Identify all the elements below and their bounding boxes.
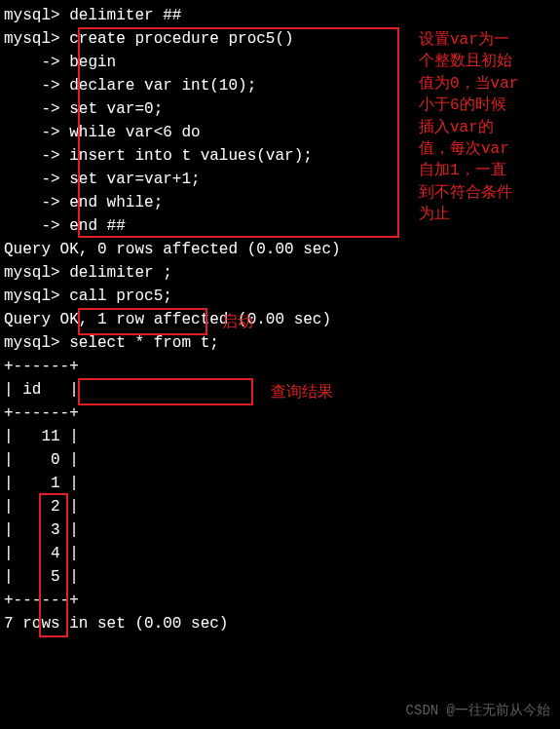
terminal-line: | 1 | <box>4 472 556 495</box>
terminal-line: | 2 | <box>4 495 556 518</box>
terminal-line: +------+ <box>4 402 556 425</box>
terminal-line: +------+ <box>4 355 556 378</box>
terminal-line: mysql> delimiter ; <box>4 261 556 285</box>
terminal-line: mysql> select * from t; <box>4 331 556 355</box>
terminal-line: | 3 | <box>4 518 556 542</box>
annotation-query-result: 查询结果 <box>271 382 333 403</box>
annotation-explain: 设置var为一 个整数且初始 值为0，当var 小于6的时候 插入var的 值，… <box>419 29 555 226</box>
terminal-line: +------+ <box>4 589 556 612</box>
terminal-line: | 5 | <box>4 565 556 589</box>
annotation-start: 启动 <box>222 312 253 333</box>
terminal-line: Query OK, 1 row affected (0.00 sec) <box>4 308 556 331</box>
terminal-line: Query OK, 0 rows affected (0.00 sec) <box>4 238 556 261</box>
watermark: CSDN @一往无前从今始 <box>406 701 550 721</box>
terminal-line: 7 rows in set (0.00 sec) <box>4 612 556 635</box>
terminal-line: mysql> delimiter ## <box>4 4 556 27</box>
terminal-line: | 4 | <box>4 542 556 565</box>
terminal-line: | 11 | <box>4 425 556 448</box>
terminal-line: | 0 | <box>4 448 556 472</box>
terminal-line: mysql> call proc5; <box>4 285 556 308</box>
